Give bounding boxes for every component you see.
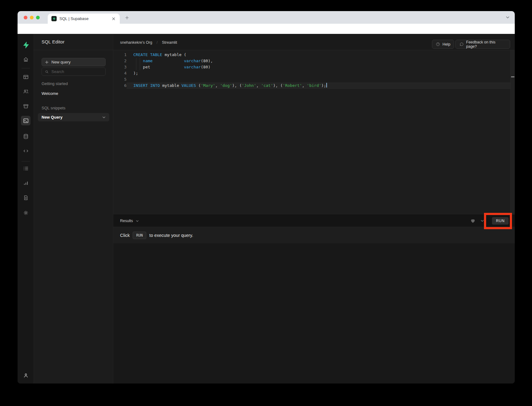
snippet-label: New Query [42,115,62,120]
plus-icon [45,60,49,64]
section-sql-snippets: SQL snippets [42,106,66,110]
browser-tab[interactable]: SQL | Supabase [48,14,120,24]
nav-rail [18,34,34,384]
chevron-down-icon[interactable] [102,116,106,119]
scrollbar-cursor-marker [511,76,514,77]
browser-toolbar: app.supabase.io/project/pldexcuqrnyedang… [18,24,515,34]
browser-window: SQL | Supabase app.supabase.io/project/p… [18,11,515,384]
chevron-down-icon [136,220,139,222]
feedback-button-label: Feedback on this page? [466,40,506,49]
logs-list-icon[interactable] [23,165,29,172]
rail-divider [22,161,30,161]
api-code-icon[interactable] [23,148,29,154]
home-icon[interactable] [23,56,29,63]
settings-gear-icon[interactable] [23,210,29,216]
feedback-icon [459,42,464,47]
results-dropdown-label: Results [120,219,133,223]
run-button-annotation-box [484,213,512,229]
section-getting-started: Getting started [42,81,68,86]
help-button[interactable]: Help [432,40,454,49]
tab-close-icon[interactable] [111,16,116,21]
window-zoom-button[interactable] [36,16,40,19]
database-icon[interactable] [23,133,29,140]
run-kbd-badge: RUN [133,232,146,239]
line-number: 6 [113,83,127,89]
help-button-label: Help [442,42,450,47]
help-icon [436,42,440,47]
breadcrumb-separator: / [157,40,158,45]
results-empty-area [113,243,515,384]
table-editor-icon[interactable] [23,74,29,80]
results-message: Click RUN to execute your query. [120,231,193,239]
breadcrumb: snehankekre's Org / Streamlit [120,40,177,45]
new-query-button[interactable]: New query [42,58,106,66]
search-input[interactable] [51,69,98,74]
docs-file-icon[interactable] [23,195,29,201]
code-line[interactable]: 5 [113,76,510,83]
tab-search-chevron-icon[interactable] [506,16,510,19]
reports-chart-icon[interactable] [23,180,29,186]
window-minimize-button[interactable] [30,16,34,19]
code-line[interactable]: 3 pet varchar(80) [113,64,510,70]
code-line[interactable]: 6 INSERT INTO mytable VALUES ('Mary', 'd… [113,83,510,89]
line-number: 5 [113,76,127,83]
breadcrumb-project[interactable]: Streamlit [162,40,177,45]
rail-divider [22,68,30,68]
text-cursor [326,83,327,87]
results-bar [113,215,515,227]
message-suffix: to execute your query. [149,233,193,238]
code-line[interactable]: 1 CREATE TABLE mytable ( [113,52,510,58]
breadcrumb-org[interactable]: snehankekre's Org [120,40,152,45]
tab-strip: SQL | Supabase [18,11,515,24]
auth-users-icon[interactable] [23,88,29,95]
sidebar-item-new-query[interactable]: New Query [38,113,109,121]
new-tab-button[interactable] [125,15,129,20]
storage-icon[interactable] [23,103,29,109]
feedback-button[interactable]: Feedback on this page? [455,40,510,49]
supabase-favicon-icon [51,16,57,21]
window-close-button[interactable] [24,16,27,19]
favorite-heart-icon[interactable] [470,218,476,224]
supabase-logo-icon[interactable] [22,41,28,47]
results-dropdown[interactable]: Results [120,219,139,223]
run-options-chevron-icon[interactable] [481,220,484,222]
code-line[interactable]: 4 ); [113,70,510,76]
panel-title: SQL Editor [42,39,65,44]
line-number: 3 [113,64,127,70]
panel-header-divider [34,50,113,50]
sql-editor-panel [34,34,113,384]
tab-title: SQL | Supabase [59,16,89,21]
sql-editor-icon[interactable] [23,118,29,124]
snippet-search[interactable] [42,67,106,76]
search-icon [45,70,49,74]
message-prefix: Click [120,233,130,238]
line-number: 1 [113,52,127,58]
line-number: 2 [113,58,127,64]
code-line[interactable]: 2 name varchar(80), [113,58,510,64]
editor-scrollbar-gutter[interactable] [511,50,515,215]
line-number: 4 [113,70,127,76]
sidebar-item-welcome[interactable]: Welcome [42,91,58,96]
account-person-icon[interactable] [23,372,29,379]
new-query-button-label: New query [51,60,71,64]
